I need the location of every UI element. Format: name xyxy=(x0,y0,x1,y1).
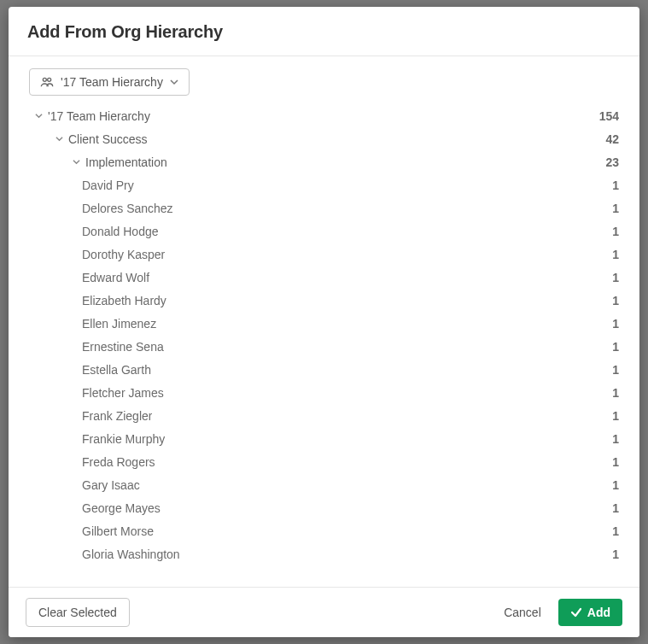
tree-leaf-person[interactable]: George Mayes1 xyxy=(27,496,621,519)
tree-leaf-count: 1 xyxy=(612,363,621,377)
tree-leaf-person[interactable]: Fletcher James1 xyxy=(27,381,621,404)
tree-leaf-label: Donald Hodge xyxy=(82,225,159,238)
toolbar: '17 Team Hierarchy xyxy=(9,56,639,101)
tree-leaf-label: Dorothy Kasper xyxy=(82,248,165,261)
tree-leaf-label: David Pry xyxy=(82,179,134,192)
tree-leaf-count: 1 xyxy=(612,225,621,238)
tree-leaf-count: 1 xyxy=(612,501,621,515)
tree-node-label: Implementation xyxy=(85,155,167,169)
modal-header: Add From Org Hierarchy xyxy=(9,7,639,56)
tree-node-label: '17 Team Hierarchy xyxy=(48,109,150,123)
modal-overlay: Add From Org Hierarchy '17 Team Hierarch… xyxy=(0,0,648,644)
add-label: Add xyxy=(587,606,610,619)
tree-leaf-label: Fletcher James xyxy=(82,386,164,400)
tree-leaf-person[interactable]: Delores Sanchez1 xyxy=(27,196,621,220)
tree-leaf-count: 1 xyxy=(612,524,621,538)
tree-leaf-label: Elizabeth Hardy xyxy=(82,294,166,307)
tree-leaf-label: Ellen Jimenez xyxy=(82,317,156,331)
tree-leaf-count: 1 xyxy=(612,386,621,400)
chevron-down-icon xyxy=(72,158,80,166)
tree-leaf-count: 1 xyxy=(612,478,621,492)
tree-leaf-count: 1 xyxy=(612,294,621,307)
tree-node-count: 42 xyxy=(605,132,621,146)
chevron-down-icon xyxy=(170,78,178,86)
chevron-down-icon xyxy=(34,112,43,120)
tree-leaf-person[interactable]: Gloria Washington1 xyxy=(27,542,621,565)
tree-node-label: Client Success xyxy=(68,132,148,146)
tree-node-implementation[interactable]: Implementation 23 xyxy=(27,150,621,173)
clear-selected-label: Clear Selected xyxy=(38,606,117,619)
svg-point-1 xyxy=(48,78,51,81)
footer-right: Cancel Add xyxy=(495,599,622,626)
tree-leaf-person[interactable]: Ernestine Sena1 xyxy=(27,335,621,358)
modal-footer: Clear Selected Cancel Add xyxy=(9,587,639,637)
tree-leaf-count: 1 xyxy=(612,432,621,446)
tree-node-client-success[interactable]: Client Success 42 xyxy=(27,127,621,150)
svg-point-0 xyxy=(43,78,46,81)
cancel-button[interactable]: Cancel xyxy=(495,599,550,626)
tree-leaf-person[interactable]: Ellen Jimenez1 xyxy=(27,312,621,335)
tree-leaf-person[interactable]: David Pry1 xyxy=(27,173,621,196)
tree-leaf-count: 1 xyxy=(612,317,621,331)
tree-leaf-label: Edward Wolf xyxy=(82,271,149,284)
hierarchy-dropdown[interactable]: '17 Team Hierarchy xyxy=(29,68,190,96)
tree-leaf-person[interactable]: Gilbert Morse1 xyxy=(27,519,621,542)
tree-leaf-count: 1 xyxy=(612,179,621,192)
tree-leaf-label: Gary Isaac xyxy=(82,478,140,492)
tree-leaf-person[interactable]: Gary Isaac1 xyxy=(27,473,621,496)
tree-leaf-count: 1 xyxy=(612,409,621,423)
tree-leaf-label: Gilbert Morse xyxy=(82,524,154,538)
chevron-down-icon xyxy=(55,135,63,143)
tree-leaf-label: Frankie Murphy xyxy=(82,432,165,446)
tree-leaf-count: 1 xyxy=(612,248,621,261)
add-button[interactable]: Add xyxy=(558,599,622,626)
tree-leaf-label: Freda Rogers xyxy=(82,455,155,469)
tree-leaf-label: Ernestine Sena xyxy=(82,340,164,354)
tree-leaf-count: 1 xyxy=(612,547,621,561)
tree-node-count: 154 xyxy=(599,109,621,123)
tree-leaf-person[interactable]: Edward Wolf1 xyxy=(27,266,621,289)
tree-leaf-person[interactable]: Frankie Murphy1 xyxy=(27,427,621,450)
tree-node-count: 23 xyxy=(605,155,621,169)
tree-node-root[interactable]: '17 Team Hierarchy 154 xyxy=(27,104,621,127)
tree-leaf-count: 1 xyxy=(612,202,621,215)
tree-leaf-count: 1 xyxy=(612,455,621,469)
add-from-org-modal: Add From Org Hierarchy '17 Team Hierarch… xyxy=(9,7,639,637)
people-group-icon xyxy=(40,76,54,88)
tree-leaf-count: 1 xyxy=(612,340,621,354)
clear-selected-button[interactable]: Clear Selected xyxy=(26,598,130,627)
check-icon xyxy=(570,606,582,618)
tree-leaf-label: Delores Sanchez xyxy=(82,202,173,215)
tree-leaf-person[interactable]: Estella Garth1 xyxy=(27,358,621,381)
tree-leaf-person[interactable]: Dorothy Kasper1 xyxy=(27,243,621,266)
tree-leaf-label: George Mayes xyxy=(82,501,161,515)
tree-leaf-count: 1 xyxy=(612,271,621,284)
tree-leaf-person[interactable]: Elizabeth Hardy1 xyxy=(27,289,621,312)
tree-leaf-label: Estella Garth xyxy=(82,363,151,377)
tree-leaf-label: Gloria Washington xyxy=(82,547,180,561)
modal-title: Add From Org Hierarchy xyxy=(27,22,621,42)
tree-leaf-label: Frank Ziegler xyxy=(82,409,152,423)
tree-leaf-person[interactable]: Frank Ziegler1 xyxy=(27,404,621,427)
cancel-label: Cancel xyxy=(504,606,541,619)
tree-leaf-person[interactable]: Donald Hodge1 xyxy=(27,220,621,243)
org-tree: '17 Team Hierarchy 154 Client Success 42 xyxy=(9,101,639,587)
tree-leaf-person[interactable]: Freda Rogers1 xyxy=(27,450,621,473)
hierarchy-dropdown-label: '17 Team Hierarchy xyxy=(61,75,163,89)
